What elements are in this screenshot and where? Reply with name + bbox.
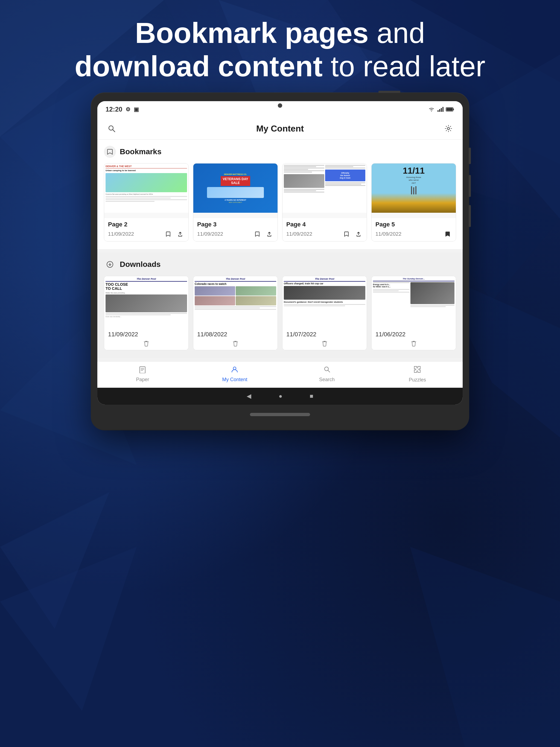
download-card-2-footer: 11/08/2022 — [193, 328, 278, 350]
tablet-camera — [278, 103, 282, 108]
bookmark-card-1-actions — [164, 230, 184, 238]
tablet-body: 12:20 ⚙ ▣ — [91, 93, 469, 430]
bookmark-icon-3[interactable] — [342, 230, 351, 238]
downloads-icon — [104, 258, 116, 271]
svg-line-29 — [328, 370, 330, 372]
download-card-1[interactable]: The Denver Post TOO CLOSETO CALL Walter … — [104, 276, 189, 350]
header-search-icon[interactable] — [106, 123, 117, 134]
nav-label-search: Search — [319, 377, 335, 383]
bookmark-card-4[interactable]: 11/11 Honoring thosewho serve24/7 Page — [371, 163, 456, 241]
download-date-2: 11/08/2022 — [197, 331, 274, 338]
download-card-4[interactable]: The Sunday Denver... Energy used to b...… — [371, 276, 456, 350]
bookmark-icon-1[interactable] — [164, 230, 173, 238]
svg-point-15 — [431, 111, 432, 111]
headline-bold: Bookmark pages — [135, 17, 368, 49]
tablet-top-button — [378, 91, 400, 93]
svg-rect-18 — [447, 108, 453, 111]
share-icon-2[interactable] — [265, 230, 274, 238]
bookmark-card-3-date: 11/09/2022 — [286, 231, 312, 237]
bookmark-card-3-footer: Page 4 11/09/2022 — [282, 218, 367, 241]
delete-button-2[interactable] — [197, 340, 274, 347]
download-date-1: 11/09/2022 — [108, 331, 184, 338]
bookmark-card-4-meta: 11/09/2022 — [376, 230, 452, 238]
home-indicator — [97, 405, 463, 422]
bookmark-card-2-meta: 11/09/2022 — [197, 230, 274, 238]
bookmark-card-1-label: Page 2 — [108, 221, 184, 228]
download-thumb-1: The Denver Post TOO CLOSETO CALL Walter … — [104, 276, 188, 328]
download-card-1-footer: 11/09/2022 — [104, 328, 188, 350]
share-icon-1[interactable] — [176, 230, 184, 238]
bookmark-icon-2[interactable] — [253, 230, 262, 238]
nav-item-paper[interactable]: Paper — [131, 366, 153, 383]
download-card-3-footer: 11/07/2022 — [282, 328, 367, 350]
signal-bars — [437, 107, 443, 112]
nav-item-search[interactable]: Search — [316, 366, 338, 383]
bookmarks-icon — [104, 146, 116, 158]
header-settings-icon[interactable] — [443, 123, 454, 134]
delete-button-1[interactable] — [108, 340, 184, 347]
bookmarks-section: Bookmarks DENVER & THE WEST Urban campin… — [97, 140, 463, 249]
android-nav-bar: ◀ ● ■ — [97, 388, 463, 405]
bookmark-card-4-date: 11/09/2022 — [376, 231, 401, 237]
svg-point-27 — [233, 367, 236, 370]
bookmark-card-4-footer: Page 5 11/09/2022 — [372, 218, 456, 241]
download-date-4: 11/06/2022 — [376, 331, 452, 338]
android-home[interactable]: ● — [279, 393, 282, 400]
bookmark-thumb-1: DENVER & THE WEST Urban camping to be ba… — [104, 163, 188, 218]
download-card-2[interactable]: The Denver Post Colorado races to watch — [193, 276, 278, 350]
svg-point-21 — [447, 127, 450, 130]
tablet-side-button-3 — [469, 205, 471, 227]
bookmark-card-2[interactable]: DENVER MATTRESS CO. VETERANS DAYSALE 4 Y… — [193, 163, 278, 241]
delete-button-3[interactable] — [286, 340, 363, 347]
nav-item-my-content[interactable]: My Content — [222, 366, 247, 383]
nav-item-puzzles[interactable]: Puzzles — [406, 365, 428, 383]
download-card-4-footer: 11/06/2022 — [372, 328, 456, 350]
delete-button-4[interactable] — [376, 340, 452, 347]
bookmark-card-2-label: Page 3 — [197, 221, 274, 228]
download-thumb-3: The Denver Post Officers charged; train … — [282, 276, 367, 328]
paper-nav-icon — [138, 366, 146, 375]
sim-status-icon: ▣ — [134, 106, 139, 113]
home-pill — [250, 413, 310, 416]
bookmarks-cards-row: DENVER & THE WEST Urban camping to be ba… — [104, 163, 456, 241]
downloads-header: Downloads — [104, 258, 456, 271]
header-title: My Content — [256, 124, 304, 134]
status-time: 12:20 ⚙ ▣ — [105, 106, 139, 113]
svg-rect-23 — [140, 367, 145, 373]
app-header: My Content — [97, 118, 463, 140]
bookmark-card-3-label: Page 4 — [286, 221, 363, 228]
bookmark-card-2-footer: Page 3 11/09/2022 — [193, 218, 278, 241]
bookmark-card-1-date: 11/09/2022 — [108, 231, 134, 237]
nav-label-puzzles: Puzzles — [409, 377, 426, 383]
svg-line-20 — [113, 130, 115, 132]
puzzles-nav-icon — [413, 365, 422, 376]
bookmark-card-3-meta: 11/09/2022 — [286, 230, 363, 238]
android-back[interactable]: ◀ — [247, 393, 251, 400]
time-display: 12:20 — [105, 106, 122, 113]
tablet-side-button-2 — [469, 175, 471, 197]
svg-rect-17 — [453, 108, 454, 110]
bookmark-icon-4[interactable] — [443, 230, 452, 238]
downloads-section: Downloads The Denver Post TOO CLOSETO CA… — [97, 252, 463, 358]
bottom-nav: Paper My Content — [97, 361, 463, 388]
tablet-device: 12:20 ⚙ ▣ — [91, 93, 469, 430]
headline: Bookmark pages and download content to r… — [0, 17, 560, 83]
headline-bold2: download content — [75, 50, 323, 82]
headline-regular2: to read later — [323, 50, 485, 82]
svg-marker-14 — [410, 547, 560, 747]
downloads-cards-row: The Denver Post TOO CLOSETO CALL Walter … — [104, 276, 456, 350]
download-card-3[interactable]: The Denver Post Officers charged; train … — [282, 276, 367, 350]
share-icon-3[interactable] — [354, 230, 363, 238]
battery-icon — [446, 107, 455, 112]
bookmark-card-2-actions — [253, 230, 274, 238]
bookmark-card-3-actions — [342, 230, 363, 238]
tablet-side-button-1 — [469, 148, 471, 164]
download-date-3: 11/07/2022 — [286, 331, 363, 338]
bookmark-card-1-meta: 11/09/2022 — [108, 230, 184, 238]
android-recent[interactable]: ■ — [310, 393, 313, 400]
download-thumb-4: The Sunday Denver... Energy used to b...… — [372, 276, 456, 328]
bookmark-card-3[interactable]: Officiallythe fastestdog in town Page 4 — [282, 163, 367, 241]
bookmark-card-2-date: 11/09/2022 — [197, 231, 223, 237]
status-icons — [428, 107, 455, 112]
bookmark-card-1[interactable]: DENVER & THE WEST Urban camping to be ba… — [104, 163, 189, 241]
